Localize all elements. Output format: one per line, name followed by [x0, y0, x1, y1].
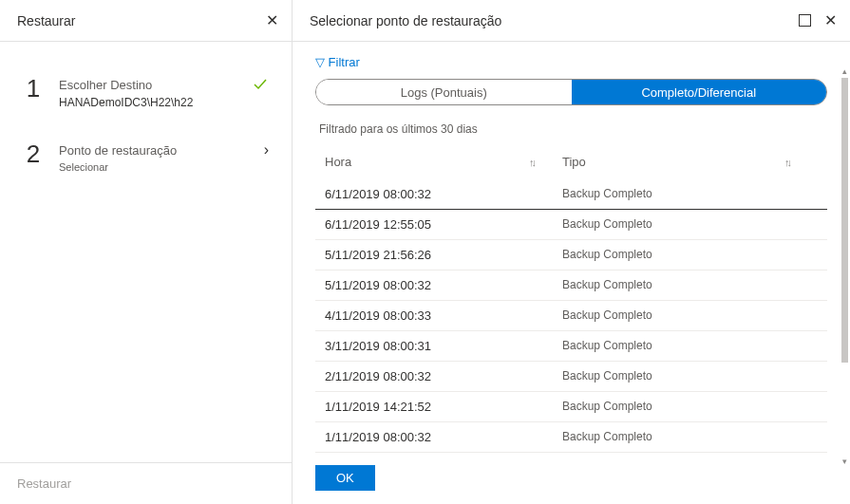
sort-icon[interactable]: ↑↓: [784, 157, 789, 168]
column-header-tipo[interactable]: Tipo ↑↓: [562, 155, 818, 169]
cell-hora: 1/11/2019 14:21:52: [325, 400, 562, 414]
step-subtitle: Selecionar: [59, 161, 247, 173]
cell-tipo: Backup Completo: [562, 339, 818, 353]
cell-tipo: Backup Completo: [562, 308, 818, 323]
ok-button[interactable]: OK: [315, 465, 375, 491]
step-2[interactable]: 2 Ponto de restauração Selecionar ›: [19, 132, 273, 196]
table-row[interactable]: 1/11/2019 08:00:32Backup Completo: [315, 422, 827, 453]
cell-hora: 5/11/2019 08:00:32: [325, 278, 562, 292]
table-row[interactable]: 3/11/2019 08:00:31Backup Completo: [315, 331, 827, 362]
table-row[interactable]: 6/11/2019 08:00:32Backup Completo: [315, 179, 827, 210]
scrollbar-thumb[interactable]: [841, 78, 848, 363]
cell-hora: 4/11/2019 08:00:33: [325, 308, 562, 323]
table-row[interactable]: 4/11/2019 08:00:33Backup Completo: [315, 301, 827, 331]
cell-tipo: Backup Completo: [562, 369, 818, 383]
restore-points-table: Hora ↑↓ Tipo ↑↓ 6/11/2019 08:00:32Backup…: [315, 149, 827, 456]
scroll-down-icon[interactable]: ▾: [842, 457, 847, 466]
cell-hora: 3/11/2019 08:00:31: [325, 339, 562, 353]
cell-hora: 6/11/2019 08:00:32: [325, 187, 562, 201]
filter-summary: Filtrado para os últimos 30 dias: [315, 122, 827, 136]
right-panel-title: Selecionar ponto de restauração: [310, 13, 501, 28]
step-number: 1: [25, 76, 42, 101]
cell-tipo: Backup Completo: [562, 217, 818, 232]
restore-button[interactable]: Restaurar: [17, 476, 71, 491]
column-label: Hora: [325, 155, 351, 169]
tab-logs[interactable]: Logs (Pontuais): [316, 80, 572, 104]
left-panel-title: Restaurar: [17, 13, 75, 28]
table-row[interactable]: 5/11/2019 08:00:32Backup Completo: [315, 271, 827, 301]
cell-hora: 2/11/2019 08:00:32: [325, 369, 562, 383]
cell-hora: 1/11/2019 08:00:32: [325, 430, 562, 444]
check-icon: [252, 76, 269, 93]
maximize-icon[interactable]: [799, 14, 811, 27]
close-icon[interactable]: ✕: [824, 13, 837, 28]
sort-icon[interactable]: ↑↓: [529, 157, 534, 168]
right-panel-header: Selecionar ponto de restauração ✕: [293, 0, 850, 42]
chevron-right-icon: ›: [264, 141, 269, 159]
filter-link[interactable]: ▽ Filtrar: [315, 55, 360, 69]
step-title: Escolher Destino: [59, 78, 235, 92]
cell-tipo: Backup Completo: [562, 248, 818, 262]
table-row[interactable]: 1/11/2019 14:21:52Backup Completo: [315, 392, 827, 422]
cell-hora: 5/11/2019 21:56:26: [325, 248, 562, 262]
cell-tipo: Backup Completo: [562, 400, 818, 414]
scroll-up-icon[interactable]: ▴: [842, 66, 847, 76]
column-header-hora[interactable]: Hora ↑↓: [325, 155, 562, 169]
step-1[interactable]: 1 Escolher Destino HANADemoIDC3\H22\h22: [19, 66, 273, 132]
column-label: Tipo: [562, 155, 586, 169]
step-number: 2: [25, 141, 42, 166]
step-subtitle: HANADemoIDC3\H22\h22: [59, 96, 235, 109]
tab-group: Logs (Pontuais) Completo/Diferencial: [315, 79, 827, 105]
tab-full-differential[interactable]: Completo/Diferencial: [572, 80, 827, 104]
scrollbar[interactable]: ▴ ▾: [841, 78, 848, 455]
cell-tipo: Backup Completo: [562, 278, 818, 292]
left-panel-header: Restaurar ✕: [0, 0, 292, 42]
table-row[interactable]: 5/11/2019 21:56:26Backup Completo: [315, 240, 827, 271]
close-icon[interactable]: ✕: [266, 13, 278, 28]
table-row[interactable]: 2/11/2019 08:00:32Backup Completo: [315, 362, 827, 392]
cell-tipo: Backup Completo: [562, 187, 818, 201]
cell-hora: 6/11/2019 12:55:05: [325, 217, 562, 232]
table-row[interactable]: 6/11/2019 12:55:05Backup Completo: [315, 210, 827, 240]
cell-tipo: Backup Completo: [562, 430, 818, 444]
step-title: Ponto de restauração: [59, 143, 247, 158]
